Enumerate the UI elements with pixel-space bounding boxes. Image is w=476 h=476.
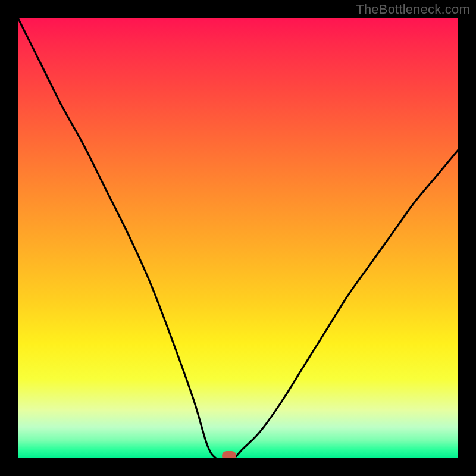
bottleneck-curve <box>18 18 458 458</box>
optimal-marker <box>222 451 236 458</box>
chart-frame: TheBottleneck.com <box>0 0 476 476</box>
plot-area <box>18 18 458 458</box>
watermark-text: TheBottleneck.com <box>356 2 470 17</box>
